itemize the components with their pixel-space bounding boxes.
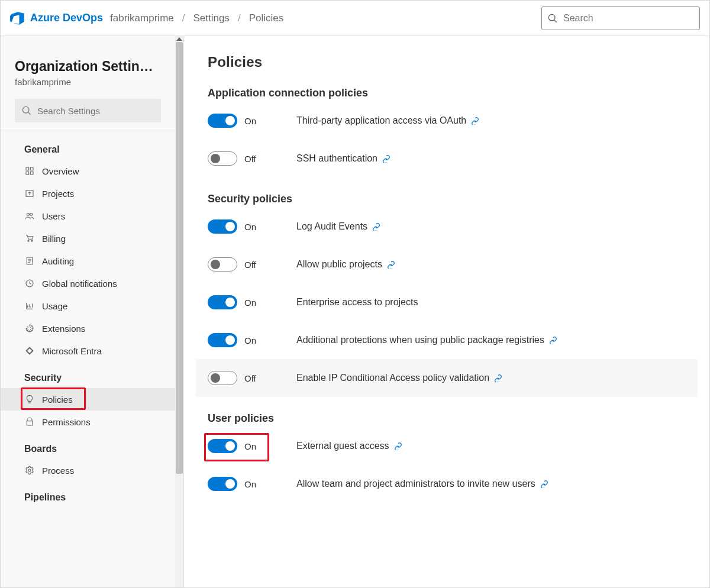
toggle-switch[interactable]	[208, 439, 237, 453]
brand-block[interactable]: Azure DevOps	[10, 11, 103, 26]
gear-icon	[24, 465, 35, 476]
sidebar-item-label: Auditing	[42, 256, 74, 266]
policy-row: OffAllow public projects	[208, 245, 686, 283]
global-search[interactable]	[541, 7, 700, 30]
sidebar-title: Organization Settin…	[15, 59, 161, 75]
policy-row: OffEnable IP Conditional Access policy v…	[196, 359, 698, 397]
toggle-switch[interactable]	[208, 151, 237, 166]
section-title: Application connection policies	[208, 87, 686, 99]
link-icon[interactable]	[372, 222, 380, 231]
sidebar-item-label: Policies	[42, 395, 73, 405]
link-icon[interactable]	[494, 374, 502, 382]
search-icon	[548, 14, 557, 23]
sidebar-item-billing[interactable]: Billing	[1, 227, 175, 250]
sidebar-item-msentra[interactable]: Microsoft Entra	[1, 340, 175, 362]
toggle-switch[interactable]	[208, 371, 237, 385]
divider	[1, 131, 175, 131]
toggle-state-label: On	[244, 479, 256, 489]
sidebar: Organization Settin… fabrikamprime Gener…	[1, 36, 184, 587]
link-icon[interactable]	[382, 154, 390, 163]
policy-label: Enterprise access to projects	[296, 297, 418, 308]
sidebar-scrollbar[interactable]	[175, 36, 183, 587]
toggle-state-label: Off	[244, 260, 256, 270]
toggle-switch[interactable]	[208, 477, 237, 491]
toggle-switch[interactable]	[208, 295, 237, 309]
toggle-switch[interactable]	[208, 333, 237, 347]
breadcrumb-org[interactable]: fabrikamprime	[110, 12, 174, 24]
global-search-input[interactable]	[563, 13, 693, 24]
sidebar-item-overview[interactable]: Overview	[1, 160, 175, 182]
policy-row: OnThird-party application access via OAu…	[208, 102, 686, 140]
sidebar-search[interactable]	[15, 99, 161, 122]
entra-icon	[24, 345, 35, 356]
sidebar-group-boards: Boards	[1, 433, 175, 459]
toggle-state-label: On	[244, 222, 256, 232]
breadcrumb-sep-icon: /	[238, 12, 241, 24]
link-icon[interactable]	[549, 336, 557, 344]
policy-row: OnExternal guest access	[208, 427, 686, 465]
bulb-icon	[24, 394, 35, 405]
sidebar-item-permissions[interactable]: Permissions	[1, 411, 175, 433]
sidebar-search-input[interactable]	[37, 106, 154, 116]
link-icon[interactable]	[540, 480, 548, 488]
grid-icon	[24, 166, 35, 176]
toggle-state-label: On	[244, 441, 256, 451]
sidebar-item-process[interactable]: Process	[1, 459, 175, 482]
sidebar-item-extensions[interactable]: Extensions	[1, 317, 175, 340]
sidebar-item-usage[interactable]: Usage	[1, 295, 175, 317]
sidebar-item-label: Permissions	[42, 417, 91, 427]
policy-label: Additional protections when using public…	[296, 335, 544, 345]
sidebar-item-label: Extensions	[42, 324, 85, 334]
sidebar-item-label: Global notifications	[42, 279, 117, 289]
policy-label: Allow team and project administrators to…	[296, 479, 535, 489]
sidebar-group-pipelines: Pipelines	[1, 482, 175, 508]
toggle-state-label: On	[244, 335, 256, 345]
link-icon[interactable]	[387, 260, 395, 269]
sidebar-item-users[interactable]: Users	[1, 205, 175, 227]
policy-label: External guest access	[296, 441, 389, 451]
sidebar-group-security: Security	[1, 362, 175, 388]
link-icon[interactable]	[471, 117, 479, 125]
toggle-switch[interactable]	[208, 257, 237, 272]
sidebar-item-label: Overview	[42, 166, 79, 176]
page-title: Policies	[208, 54, 686, 70]
sidebar-item-label: Usage	[42, 301, 67, 311]
policy-row: OnAdditional protections when using publ…	[208, 321, 686, 359]
policy-label: Enable IP Conditional Access policy vali…	[296, 373, 489, 383]
upload-icon	[24, 188, 35, 199]
sidebar-item-projects[interactable]: Projects	[1, 182, 175, 205]
sidebar-item-label: Process	[42, 466, 74, 476]
section-title: User policies	[208, 412, 686, 425]
sidebar-item-policies[interactable]: Policies	[1, 388, 175, 411]
toggle-state-label: On	[244, 116, 256, 126]
policy-label: Third-party application access via OAuth	[296, 115, 466, 126]
brand-label: Azure DevOps	[30, 12, 103, 24]
puzzle-icon	[24, 323, 35, 334]
policy-row: OnLog Audit Events	[208, 208, 686, 245]
policy-label: Log Audit Events	[296, 221, 367, 232]
sidebar-item-label: Microsoft Entra	[42, 346, 102, 356]
sidebar-item-label: Billing	[42, 234, 66, 244]
sidebar-item-auditing[interactable]: Auditing	[1, 250, 175, 272]
policy-label: Allow public projects	[296, 259, 382, 270]
main-content: Policies Application connection policies…	[184, 36, 709, 587]
scroll-up-icon[interactable]	[176, 37, 182, 41]
sidebar-item-global-notifications[interactable]: Global notifications	[1, 272, 175, 295]
clock-icon	[24, 278, 35, 289]
sidebar-item-label: Projects	[42, 189, 74, 199]
toggle-switch[interactable]	[208, 219, 237, 234]
toggle-state-label: On	[244, 298, 256, 308]
policy-row: OnEnterprise access to projects	[208, 283, 686, 321]
policy-label: SSH authentication	[296, 153, 377, 164]
breadcrumb-policies[interactable]: Policies	[249, 12, 284, 24]
toggle-switch[interactable]	[208, 114, 237, 128]
toggle-state-label: Off	[244, 154, 256, 164]
breadcrumb-settings[interactable]: Settings	[193, 12, 229, 24]
sidebar-item-label: Users	[42, 211, 65, 221]
sidebar-group-general: General	[1, 134, 175, 160]
sidebar-subtitle: fabrikamprime	[15, 77, 161, 87]
scroll-thumb[interactable]	[176, 42, 183, 474]
link-icon[interactable]	[394, 442, 402, 450]
breadcrumb-sep-icon: /	[182, 12, 185, 24]
breadcrumb: fabrikamprime / Settings / Policies	[110, 12, 283, 24]
